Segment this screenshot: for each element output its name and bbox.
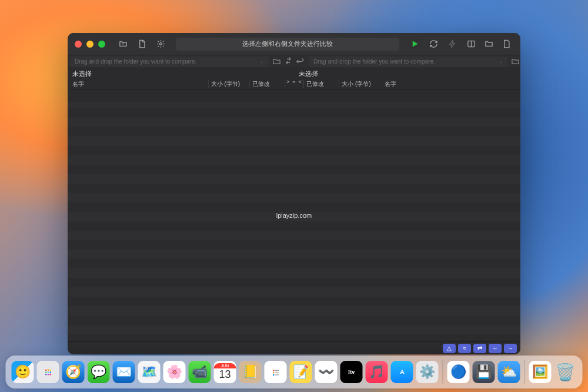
file-compare-icon[interactable] bbox=[135, 37, 149, 51]
dock-launchpad[interactable] bbox=[37, 361, 59, 383]
dock-appstore[interactable] bbox=[391, 361, 413, 383]
footer: △ ≈ ⇄ ← → bbox=[68, 341, 520, 354]
svg-point-2 bbox=[45, 369, 47, 371]
svg-point-3 bbox=[47, 369, 49, 371]
col-modified-left[interactable]: 已修改 bbox=[249, 80, 285, 88]
copy-left-button[interactable]: ← bbox=[489, 344, 502, 353]
watermark-text: iplayzip.com bbox=[276, 212, 312, 219]
dock-app-1[interactable]: 🔵 bbox=[447, 361, 470, 383]
svg-point-7 bbox=[49, 371, 51, 373]
maximize-window-button[interactable] bbox=[98, 41, 105, 48]
open-folder-icon[interactable] bbox=[482, 37, 496, 51]
right-path-placeholder: Drag and drop the folder you want to com… bbox=[313, 58, 435, 65]
col-size-right[interactable]: 大小 (字节) bbox=[339, 80, 380, 88]
svg-point-8 bbox=[45, 374, 47, 376]
comparison-table: iplayzip.com bbox=[68, 89, 520, 341]
filter-swap-button[interactable]: ⇄ bbox=[473, 344, 486, 353]
title-hint-text: 选择左侧和右侧文件夹进行比较 bbox=[242, 39, 333, 48]
flash-icon[interactable] bbox=[445, 37, 459, 51]
chevron-down-icon: ⌄ bbox=[260, 59, 264, 64]
right-path-field[interactable]: Drag and drop the folder you want to com… bbox=[309, 57, 507, 67]
open-file-icon[interactable] bbox=[499, 37, 513, 51]
right-status: 未选择 bbox=[294, 68, 520, 79]
col-compare: > = < bbox=[285, 79, 304, 89]
refresh-icon[interactable] bbox=[426, 37, 440, 51]
col-name-left[interactable]: 名字 bbox=[68, 80, 208, 88]
minimize-window-button[interactable] bbox=[86, 41, 93, 48]
left-path-placeholder: Drag and drop the folder you want to com… bbox=[75, 58, 196, 65]
column-headers: 名字 大小 (字节) 已修改 > = < 已修改 大小 (字节) 名字 bbox=[68, 79, 520, 89]
left-path-field[interactable]: Drag and drop the folder you want to com… bbox=[70, 57, 269, 67]
col-modified-right[interactable]: 已修改 bbox=[303, 80, 339, 88]
title-hint-field[interactable]: 选择左侧和右侧文件夹进行比较 bbox=[176, 38, 399, 51]
cmp-eq[interactable]: = bbox=[292, 79, 295, 89]
dock-music[interactable]: 🎵 bbox=[366, 361, 388, 383]
dock-reminders[interactable] bbox=[265, 361, 287, 383]
run-compare-button[interactable] bbox=[407, 37, 422, 51]
dock-safari[interactable]: 🧭 bbox=[62, 361, 85, 383]
dock: 🙂 🧭 💬 ✉️ 🗺️ 🌸 📹 JUN 13 📒 📝 〰️ tv 🎵 ⚙️ 🔵… bbox=[6, 356, 583, 388]
window-controls bbox=[75, 41, 105, 48]
svg-point-0 bbox=[159, 43, 162, 45]
col-size-left[interactable]: 大小 (字节) bbox=[208, 80, 249, 88]
calendar-day: 13 bbox=[219, 368, 230, 381]
settings-icon[interactable] bbox=[153, 37, 168, 51]
dock-maps[interactable]: 🗺️ bbox=[138, 361, 161, 383]
filter-approx-button[interactable]: ≈ bbox=[458, 344, 471, 353]
chevron-down-icon: ⌄ bbox=[499, 59, 503, 64]
copy-right-button[interactable]: → bbox=[504, 344, 517, 353]
dock-tv[interactable]: tv bbox=[340, 361, 363, 383]
app-window: 选择左侧和右侧文件夹进行比较 Drag and drop the folder … bbox=[68, 33, 520, 354]
cmp-lt[interactable]: < bbox=[299, 79, 302, 89]
svg-point-10 bbox=[49, 374, 51, 376]
cmp-gt[interactable]: > bbox=[286, 79, 289, 89]
dock-calendar[interactable]: JUN 13 bbox=[214, 361, 236, 383]
svg-point-6 bbox=[47, 371, 49, 373]
filter-diff-button[interactable]: △ bbox=[443, 344, 456, 353]
svg-rect-12 bbox=[275, 370, 278, 370]
dock-photos[interactable]: 🌸 bbox=[163, 361, 186, 383]
dock-recent[interactable]: 🖼️ bbox=[529, 361, 552, 383]
dock-weather[interactable]: ⛅ bbox=[498, 361, 520, 383]
dock-trash[interactable]: 🗑️ bbox=[554, 361, 577, 383]
dock-separator-2 bbox=[524, 360, 525, 384]
left-browse-folder-icon[interactable] bbox=[271, 57, 282, 67]
path-toolbar: Drag and drop the folder you want to com… bbox=[68, 55, 520, 68]
svg-point-4 bbox=[49, 369, 51, 371]
calendar-month: JUN bbox=[214, 363, 236, 368]
svg-point-5 bbox=[45, 371, 47, 373]
swap-left-icon[interactable] bbox=[283, 57, 293, 67]
svg-rect-16 bbox=[275, 374, 278, 375]
svg-point-9 bbox=[47, 374, 49, 376]
swap-right-icon[interactable] bbox=[295, 57, 305, 67]
dock-notes[interactable]: 📝 bbox=[290, 361, 312, 383]
dock-contacts[interactable]: 📒 bbox=[239, 361, 262, 383]
close-window-button[interactable] bbox=[75, 41, 82, 48]
right-browse-folder-icon[interactable] bbox=[510, 57, 520, 67]
svg-point-11 bbox=[273, 370, 275, 371]
svg-rect-14 bbox=[275, 372, 278, 373]
svg-point-13 bbox=[273, 371, 275, 373]
dock-mail[interactable]: ✉️ bbox=[113, 361, 135, 383]
dock-separator bbox=[443, 360, 443, 384]
status-row: 未选择 未选择 bbox=[68, 68, 520, 79]
dock-app-2[interactable]: 💾 bbox=[473, 361, 495, 383]
titlebar: 选择左侧和右侧文件夹进行比较 bbox=[68, 33, 520, 55]
dock-facetime[interactable]: 📹 bbox=[189, 361, 211, 383]
left-status: 未选择 bbox=[68, 68, 294, 79]
svg-point-15 bbox=[273, 374, 275, 376]
dock-freeform[interactable]: 〰️ bbox=[315, 361, 338, 383]
sidebar-toggle-icon[interactable] bbox=[464, 37, 478, 51]
folder-compare-icon[interactable] bbox=[116, 37, 130, 51]
dock-finder[interactable]: 🙂 bbox=[12, 361, 34, 383]
col-name-right[interactable]: 名字 bbox=[380, 80, 520, 88]
dock-settings[interactable]: ⚙️ bbox=[416, 361, 439, 383]
dock-messages[interactable]: 💬 bbox=[88, 361, 110, 383]
